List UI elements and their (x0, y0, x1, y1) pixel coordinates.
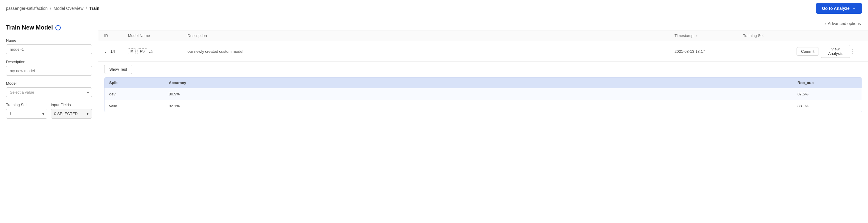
results-valid-accuracy: 82.1% (169, 104, 798, 108)
results-table-header: Split Accuracy Roc_auc (104, 78, 862, 88)
main-layout: Train New Model i Name Description Model… (0, 17, 868, 223)
col-id: ID (104, 33, 128, 38)
show-test-button[interactable]: Show Test (104, 65, 132, 74)
model-field-group: Model Select a value ▾ (6, 81, 92, 97)
breadcrumb-project[interactable]: passenger-satisfaction (6, 6, 48, 11)
description-input[interactable] (6, 66, 92, 76)
commit-button[interactable]: Commit (797, 47, 819, 56)
input-fields-group: Input Fields 0 SELECTED ▾ (51, 103, 92, 119)
col-training-set: Training Set (743, 33, 797, 38)
chevron-down-icon: ▾ (87, 111, 89, 116)
breadcrumb-sep1: / (50, 6, 51, 11)
training-input-row: Training Set 1 ▾ Input Fields 0 SELECTED… (6, 103, 92, 124)
model-select[interactable]: Select a value (6, 87, 92, 97)
col-timestamp: Timestamp ↑ (675, 33, 734, 38)
view-analysis-button[interactable]: View Analysis (821, 45, 850, 58)
chevron-right-icon: › (825, 21, 826, 26)
input-fields-button[interactable]: 0 SELECTED ▾ (51, 109, 92, 119)
results-row-dev: dev 80.9% 87.5% (104, 88, 862, 100)
breadcrumb-overview[interactable]: Model Overview (54, 6, 83, 11)
table-row: ∨ 14 M PS ⇄ our newly created custom mod… (98, 41, 868, 62)
badge-ps: PS (137, 48, 147, 54)
info-icon[interactable]: i (55, 25, 61, 30)
results-dev-rocauc: 87.5% (798, 92, 857, 96)
badge-m: M (128, 48, 136, 54)
name-field-group: Name (6, 38, 92, 54)
name-label: Name (6, 38, 92, 43)
description-field-group: Description (6, 60, 92, 76)
results-col-split: Split (109, 81, 169, 85)
results-dev-split: dev (109, 92, 169, 96)
results-valid-split: valid (109, 104, 169, 108)
table-header: ID Model Name Description Timestamp ↑ Tr… (98, 30, 868, 41)
col-model-name: Model Name (128, 33, 188, 38)
results-row-valid: valid 82.1% 88.1% (104, 100, 862, 112)
description-label: Description (6, 60, 92, 64)
sidebar: Train New Model i Name Description Model… (0, 17, 98, 223)
row-description: our newly created custom model (188, 49, 675, 54)
main-header-bar: › Advanced options (98, 17, 868, 30)
sort-icon[interactable]: ↑ (696, 33, 698, 38)
results-col-accuracy: Accuracy (169, 81, 798, 85)
breadcrumb: passenger-satisfaction / Model Overview … (6, 6, 99, 11)
training-set-group: Training Set 1 ▾ (6, 103, 47, 119)
page-title: Train New Model i (6, 24, 92, 31)
results-col-rocauc: Roc_auc (798, 81, 857, 85)
training-set-label: Training Set (6, 103, 47, 107)
app-header: passenger-satisfaction / Model Overview … (0, 0, 868, 17)
name-input[interactable] (6, 45, 92, 54)
settings-icon[interactable]: ⇄ (149, 49, 153, 54)
model-badges: M PS ⇄ (128, 48, 188, 54)
col-description: Description (188, 33, 675, 38)
more-options-icon[interactable]: ⋮ (850, 48, 862, 55)
breadcrumb-sep2: / (86, 6, 87, 11)
go-to-analyze-button[interactable]: Go to Analyze → (816, 3, 862, 14)
advanced-options-link[interactable]: › Advanced options (825, 21, 861, 26)
input-fields-label: Input Fields (51, 103, 92, 107)
breadcrumb-current: Train (89, 6, 99, 11)
training-set-select[interactable]: 1 (6, 109, 47, 119)
model-label: Model (6, 81, 92, 86)
row-id: ∨ 14 (104, 49, 128, 54)
row-actions: Commit View Analysis (797, 45, 850, 58)
main-content: › Advanced options ID Model Name Descrip… (98, 17, 868, 223)
row-expand-icon[interactable]: ∨ (104, 50, 107, 54)
results-valid-rocauc: 88.1% (798, 104, 857, 108)
row-timestamp: 2021-08-13 18:17 (675, 49, 734, 54)
model-select-wrapper: Select a value ▾ (6, 87, 92, 97)
results-table: Split Accuracy Roc_auc dev 80.9% 87.5% v… (104, 77, 862, 112)
show-test-area: Show Test (98, 62, 868, 77)
results-dev-accuracy: 80.9% (169, 92, 798, 96)
